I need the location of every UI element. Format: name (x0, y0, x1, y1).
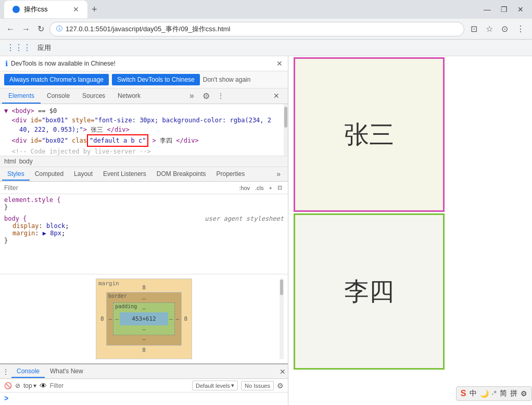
tab-sources[interactable]: Sources (76, 89, 111, 104)
cast-button[interactable]: ⊡ (467, 22, 480, 36)
tab-computed[interactable]: Computed (30, 168, 69, 181)
block-icon-button[interactable]: ⊘ (15, 382, 20, 389)
new-tab-button[interactable]: + (92, 4, 97, 15)
add-rule-button[interactable]: + (268, 184, 274, 192)
tab-styles[interactable]: Styles (2, 168, 30, 181)
dom-line-1: ▼ <body> == $0 (4, 106, 284, 116)
ime-settings-icon[interactable]: ⚙ (521, 389, 527, 398)
ime-logo: S (461, 389, 466, 398)
margin-label: margin (98, 280, 119, 287)
tab-network[interactable]: Network (111, 89, 147, 104)
tab-layout[interactable]: Layout (69, 168, 98, 181)
console-section: ⋮ Console What's New ✕ 🚫 ⊘ top ▾ 👁 Defau… (0, 363, 288, 405)
match-language-button[interactable]: Always match Chrome's language (4, 74, 109, 85)
back-button[interactable]: ← (4, 22, 17, 36)
ime-punctuation-button[interactable]: ·° (492, 389, 497, 398)
console-input[interactable] (10, 395, 284, 402)
console-prompt-icon: > (4, 394, 8, 402)
console-filter-input[interactable] (50, 382, 189, 389)
ime-moon-icon[interactable]: 🌙 (480, 389, 489, 398)
context-selector[interactable]: top ▾ (23, 382, 36, 389)
padding-bottom-value: — (115, 325, 173, 333)
level-arrow-icon: ▾ (231, 382, 234, 389)
devtools-settings-icon[interactable]: ⚙ (202, 91, 210, 101)
address-bar[interactable]: ⓘ 127.0.0.1:5501/javascript/day05_事件/09_… (49, 22, 464, 36)
main-content: ℹ DevTools is now available in Chinese! … (0, 56, 532, 405)
more-style-tabs-button[interactable]: » (271, 168, 286, 181)
tab-console-bottom[interactable]: Console (11, 365, 45, 378)
box-model-scrollbar[interactable] (280, 279, 284, 359)
tab-event-listeners[interactable]: Event Listeners (98, 168, 151, 181)
devtools-top-tabs: Elements Console Sources Network » ⚙ ⋮ ✕ (0, 88, 288, 104)
breadcrumb-body[interactable]: body (19, 158, 33, 165)
margin-left-value: 8 (100, 315, 104, 322)
clear-console-button[interactable]: 🚫 (4, 382, 12, 389)
eye-icon[interactable]: 👁 (40, 382, 47, 390)
breadcrumb-html[interactable]: html (4, 158, 16, 165)
refresh-button[interactable]: ↻ (35, 22, 46, 36)
notification-close-button[interactable]: ✕ (276, 59, 283, 68)
filter-actions: :hov .cls + ⊡ (237, 184, 284, 192)
tab-properties[interactable]: Properties (211, 168, 250, 181)
browser-tab[interactable]: 操作css ✕ (4, 1, 87, 18)
margin-right-value: 8 (184, 315, 187, 322)
bookmark-button[interactable]: ☆ (483, 22, 496, 36)
dom-tree: ▼ <body> == $0 <div id="box01" style="fo… (0, 104, 288, 156)
tab-dom-breakpoints[interactable]: DOM Breakpoints (151, 168, 211, 181)
apps-icon[interactable]: ⋮⋮⋮ (6, 43, 31, 53)
box02-preview: 李四 (294, 213, 445, 370)
toolbar-actions: ⊡ ☆ ⊙ ⋮ (467, 22, 528, 36)
minimize-button[interactable]: — (480, 4, 495, 15)
browser-toolbar: ← → ↻ ⓘ 127.0.0.1:5501/javascript/day05_… (0, 19, 532, 40)
css-body-display: display: block; (12, 222, 284, 230)
border-left-value: — (109, 315, 112, 322)
padding-label: padding (115, 303, 137, 309)
box02-text: 李四 (344, 275, 394, 308)
apps-label[interactable]: 应用 (37, 43, 51, 53)
forward-button[interactable]: → (20, 22, 32, 36)
css-body-margin: margin: ▶ 8px; (12, 230, 284, 237)
tab-close-button[interactable]: ✕ (73, 5, 79, 14)
filter-bar: :hov .cls + ⊡ (0, 182, 288, 194)
address-text: 127.0.0.1:5501/javascript/day05_事件/09_操作… (66, 24, 231, 34)
console-level-selector[interactable]: Default levels ▾ (192, 381, 238, 390)
devtools-options-icon[interactable]: ⋮ (211, 88, 231, 104)
breadcrumb: html body (0, 156, 288, 167)
bookmarks-bar: ⋮⋮⋮ 应用 (0, 40, 532, 56)
context-label: top (23, 382, 32, 389)
tab-elements[interactable]: Elements (2, 89, 41, 104)
console-settings-icon[interactable]: ⚙ (277, 382, 284, 390)
console-menu-icon[interactable]: ⋮ (2, 368, 9, 376)
ime-simplified-button[interactable]: 简 (500, 389, 507, 398)
profile-button[interactable]: ⊙ (498, 22, 511, 36)
scroll-thumb (280, 280, 283, 295)
hov-button[interactable]: :hov (237, 184, 251, 192)
info-icon: ℹ (5, 59, 8, 68)
dismiss-link[interactable]: Don't show again (203, 76, 251, 83)
more-tabs-button[interactable]: » (183, 88, 200, 105)
close-button[interactable]: ✕ (513, 4, 528, 15)
expand-button[interactable]: ⊡ (276, 184, 284, 192)
devtools-close-icon[interactable]: ✕ (267, 88, 286, 104)
notification-text: DevTools is now available in Chinese! (11, 60, 273, 67)
dom-scrollbar[interactable] (284, 104, 288, 156)
filter-input[interactable] (4, 184, 233, 192)
console-toolbar: 🚫 ⊘ top ▾ 👁 Default levels ▾ No Issues ⚙ (0, 379, 288, 393)
dom-line-2: <div id="box01" style="font-size: 30px; … (4, 116, 284, 125)
cls-button[interactable]: .cls (254, 184, 265, 192)
console-close-button[interactable]: ✕ (280, 368, 286, 376)
switch-language-button[interactable]: Switch DevTools to Chinese (112, 74, 200, 85)
more-menu-button[interactable]: ⋮ (513, 22, 528, 36)
lang-bar: Always match Chrome's language Switch De… (0, 71, 288, 88)
window-controls: — ❐ ✕ (480, 4, 528, 15)
ime-chinese-button[interactable]: 中 (470, 389, 477, 398)
tab-title: 操作css (24, 5, 48, 14)
css-rule-element-style: element.style { } (4, 196, 284, 211)
restore-button[interactable]: ❐ (497, 4, 511, 15)
tab-console[interactable]: Console (41, 89, 76, 104)
css-rule-body: body { user agent stylesheet display: bl… (4, 215, 284, 244)
ime-pinyin-button[interactable]: 拼 (510, 389, 517, 398)
tab-whats-new[interactable]: What's New (45, 365, 88, 378)
console-issues-button[interactable]: No Issues (241, 381, 274, 390)
padding-right-value: — (169, 315, 173, 322)
